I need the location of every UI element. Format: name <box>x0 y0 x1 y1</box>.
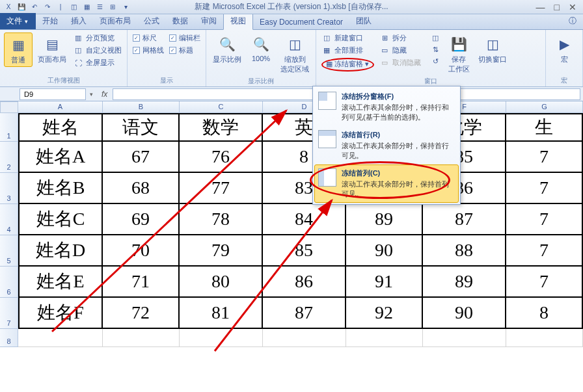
qat-custom-4-icon[interactable]: ⊞ <box>108 3 117 12</box>
cell[interactable]: 语文 <box>103 113 180 142</box>
name-box[interactable]: D9 <box>20 88 86 100</box>
help-icon[interactable]: ⓘ <box>562 13 583 29</box>
tab-insert[interactable]: 插入 <box>64 13 93 29</box>
row-header[interactable]: 4 <box>0 204 18 235</box>
row-header[interactable]: 1 <box>0 113 18 142</box>
hide-button[interactable]: ▭隐藏 <box>378 45 422 56</box>
minimize-button[interactable]: — <box>536 2 545 12</box>
freeze-top-row-item[interactable]: 冻结首行(R)滚动工作表其余部分时，保持首行可见。 <box>314 126 459 164</box>
tab-review[interactable]: 审阅 <box>195 13 223 29</box>
freeze-first-col-item[interactable]: 冻结首列(C)滚动工作表其余部分时，保持首列可见。 <box>314 164 459 203</box>
arrange-all-button[interactable]: ▦全部重排 <box>320 45 375 56</box>
cell[interactable]: 90 <box>423 298 506 329</box>
tab-formulas[interactable]: 公式 <box>137 13 166 29</box>
row-header[interactable]: 2 <box>0 142 18 173</box>
gridlines-checkbox[interactable]: ✓网格线 <box>131 45 165 56</box>
tab-page-layout[interactable]: 页面布局 <box>93 13 137 29</box>
cell[interactable]: 7 <box>506 235 583 267</box>
row-header[interactable]: 7 <box>0 298 18 329</box>
formula-bar-checkbox[interactable]: ✓编辑栏 <box>168 33 202 44</box>
cell[interactable]: 70 <box>103 235 180 267</box>
qat-custom-2-icon[interactable]: ▦ <box>82 3 91 12</box>
cell[interactable]: 91 <box>346 267 423 298</box>
cell[interactable]: 姓名E <box>18 267 103 298</box>
freeze-panes-button[interactable]: ▦冻结窗格 ▾ <box>320 57 375 72</box>
reset-pos-icon[interactable]: ↺ <box>429 56 442 66</box>
tab-home[interactable]: 开始 <box>36 13 64 29</box>
cell[interactable]: 87 <box>423 204 506 235</box>
zoom-100-button[interactable]: 🔍100% <box>247 33 275 64</box>
cell[interactable]: 7 <box>506 173 583 204</box>
compare-icon[interactable]: ◫ <box>429 33 442 43</box>
cell[interactable]: 8 <box>506 298 583 329</box>
cell[interactable]: 89 <box>423 267 506 298</box>
cell[interactable]: 7 <box>506 142 583 173</box>
cell[interactable]: 数学 <box>180 113 263 142</box>
cell[interactable]: 68 <box>103 173 180 204</box>
headings-checkbox[interactable]: ✓标题 <box>168 45 202 56</box>
cell[interactable]: 姓名F <box>18 298 103 329</box>
select-all-button[interactable] <box>0 101 18 113</box>
normal-view-button[interactable]: ▦普通 <box>4 33 33 67</box>
col-header-g[interactable]: G <box>506 101 583 113</box>
cell[interactable]: 姓名 <box>18 113 103 142</box>
cell[interactable] <box>423 329 506 347</box>
fx-icon[interactable]: fx <box>102 90 107 99</box>
cell[interactable]: 79 <box>180 235 263 267</box>
cell[interactable]: 姓名C <box>18 204 103 235</box>
zoom-selection-button[interactable]: ◫缩放到 选定区域 <box>278 33 312 75</box>
cell[interactable]: 85 <box>263 235 346 267</box>
cell[interactable]: 89 <box>346 204 423 235</box>
split-button[interactable]: ⊞拆分 <box>378 33 422 44</box>
cell[interactable]: 生 <box>506 113 583 142</box>
redo-icon[interactable]: ↷ <box>43 3 52 12</box>
qat-custom-3-icon[interactable]: ☰ <box>95 3 104 12</box>
cell[interactable] <box>346 329 423 347</box>
cell[interactable]: 78 <box>180 204 263 235</box>
macros-button[interactable]: ▶宏 <box>550 33 578 66</box>
page-break-button[interactable]: ▥分页预览 <box>72 33 123 44</box>
custom-views-button[interactable]: ◫自定义视图 <box>72 45 123 56</box>
cell[interactable] <box>18 329 103 347</box>
ruler-checkbox[interactable]: ✓标尺 <box>131 33 165 44</box>
fullscreen-button[interactable]: ⛶全屏显示 <box>72 57 123 68</box>
cell[interactable] <box>103 329 180 347</box>
cell[interactable]: 87 <box>263 298 346 329</box>
cell[interactable]: 67 <box>103 142 180 173</box>
cell[interactable]: 92 <box>346 298 423 329</box>
col-header-a[interactable]: A <box>18 101 103 113</box>
cell[interactable]: 80 <box>180 267 263 298</box>
cell[interactable]: 88 <box>423 235 506 267</box>
cell[interactable] <box>506 329 583 347</box>
cell[interactable]: 姓名D <box>18 235 103 267</box>
qat-dropdown-icon[interactable]: ▾ <box>121 3 130 12</box>
zoom-button[interactable]: 🔍显示比例 <box>210 33 244 66</box>
freeze-split-panes-item[interactable]: 冻结拆分窗格(F)滚动工作表其余部分时，保持行和列可见(基于当前的选择)。 <box>314 88 459 126</box>
cell[interactable]: 77 <box>180 173 263 204</box>
switch-windows-button[interactable]: ◫切换窗口 <box>476 33 509 66</box>
tab-data[interactable]: 数据 <box>166 13 195 29</box>
save-workspace-button[interactable]: 💾保存 工作区 <box>444 33 473 75</box>
cell[interactable] <box>180 329 263 347</box>
close-button[interactable]: ✕ <box>569 2 576 12</box>
cell[interactable]: 71 <box>103 267 180 298</box>
row-header[interactable]: 3 <box>0 173 18 204</box>
tab-view[interactable]: 视图 <box>223 12 253 30</box>
cell[interactable]: 69 <box>103 204 180 235</box>
undo-icon[interactable]: ↶ <box>30 3 39 12</box>
row-header[interactable]: 5 <box>0 235 18 267</box>
maximize-button[interactable]: □ <box>554 2 560 12</box>
unhide-button[interactable]: ▭取消隐藏 <box>378 57 422 68</box>
page-layout-button[interactable]: ▤页面布局 <box>35 33 69 66</box>
sync-scroll-icon[interactable]: ⇅ <box>429 44 442 55</box>
cell[interactable]: 90 <box>346 235 423 267</box>
new-window-button[interactable]: ◫新建窗口 <box>320 33 375 44</box>
qat-custom-1-icon[interactable]: ◫ <box>69 3 78 12</box>
row-header[interactable]: 6 <box>0 267 18 298</box>
tab-team[interactable]: 团队 <box>349 13 378 29</box>
cell[interactable]: 84 <box>263 204 346 235</box>
cell[interactable] <box>263 329 346 347</box>
cell[interactable]: 81 <box>180 298 263 329</box>
cell[interactable]: 7 <box>506 204 583 235</box>
tab-file[interactable]: 文件 <box>0 13 36 29</box>
